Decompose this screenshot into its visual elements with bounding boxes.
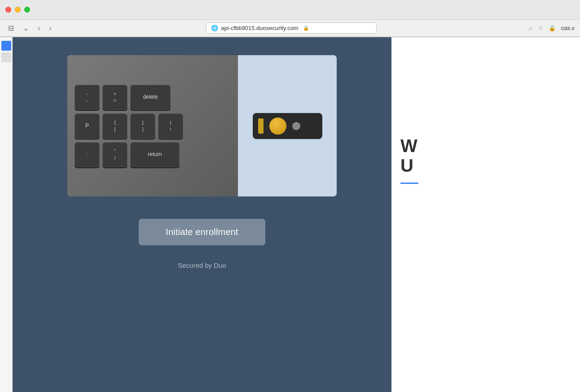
minimize-button[interactable] xyxy=(15,7,21,13)
initiate-enrollment-button[interactable]: Initiate enrollment xyxy=(139,219,265,245)
back-button[interactable]: ‹ xyxy=(35,22,43,34)
key-delete: delete xyxy=(130,85,171,110)
close-button[interactable] xyxy=(5,7,11,13)
key-row-3: : " / return xyxy=(75,142,249,167)
yubikey-gold-button xyxy=(268,116,288,136)
forward-button[interactable]: › xyxy=(46,22,54,34)
yubikey-small-indicator xyxy=(292,122,300,130)
maximize-button[interactable] xyxy=(24,7,30,13)
toolbar-right-icons: ⌂ ☆ 🔒 cas.v xyxy=(529,25,575,31)
key-colon: : xyxy=(75,142,100,167)
right-panel: W U xyxy=(391,37,580,392)
key-p: P xyxy=(75,113,100,139)
browser-toolbar: ⊟ ⌄ ‹ › 🌐 api-cfbb9015.duosecurity.com 🔒… xyxy=(0,20,580,37)
key-row-2: P { [ } ] | \ xyxy=(75,113,249,139)
browser-chrome: ⊟ ⌄ ‹ › 🌐 api-cfbb9015.duosecurity.com 🔒… xyxy=(0,0,580,37)
illustration-card: - - + = delete P xyxy=(67,55,337,196)
sidebar-item-active[interactable] xyxy=(1,41,11,51)
secured-by-duo-label: Secured by Duo xyxy=(178,261,226,269)
yubikey-usb-connector xyxy=(258,118,264,134)
address-bar[interactable]: 🌐 api-cfbb9015.duosecurity.com 🔒 xyxy=(206,22,377,34)
traffic-lights xyxy=(5,7,30,13)
home-icon[interactable]: ⌂ xyxy=(529,25,532,31)
url-text: api-cfbb9015.duosecurity.com xyxy=(221,25,298,31)
key-backslash: | \ xyxy=(158,113,183,139)
key-quote: " / xyxy=(102,142,127,167)
title-bar xyxy=(0,0,580,20)
key-return: return xyxy=(130,142,180,167)
right-panel-title: W U xyxy=(400,136,571,175)
toolbar-dropdown-button[interactable]: ⌄ xyxy=(20,22,31,34)
sidebar-item-1[interactable] xyxy=(1,52,11,62)
duo-panel: - - + = delete P xyxy=(13,37,391,392)
address-bar-container: 🌐 api-cfbb9015.duosecurity.com 🔒 xyxy=(58,22,525,34)
right-panel-divider xyxy=(400,183,418,184)
lock-status-icon: 🔒 xyxy=(549,25,556,31)
yubikey-area xyxy=(238,55,337,196)
right-url-text: cas.v xyxy=(561,25,575,31)
yubikey-device xyxy=(253,113,322,139)
lock-icon: 🔒 xyxy=(303,25,309,31)
star-icon[interactable]: ☆ xyxy=(538,25,543,31)
browser-content: - - + = delete P xyxy=(0,37,580,392)
key-equals: + = xyxy=(102,85,127,110)
key-bracket-open: { [ xyxy=(102,113,127,139)
sidebar-toggle-button[interactable]: ⊟ xyxy=(5,22,17,34)
key-bracket-close: } ] xyxy=(130,113,155,139)
globe-icon: 🌐 xyxy=(211,25,218,31)
key-row-1: - - + = delete xyxy=(75,85,249,110)
keyboard-illustration: - - + = delete P xyxy=(67,55,256,196)
right-panel-content: W U xyxy=(400,136,571,184)
sidebar-strip xyxy=(0,37,13,392)
key-minus: - - xyxy=(75,85,100,110)
